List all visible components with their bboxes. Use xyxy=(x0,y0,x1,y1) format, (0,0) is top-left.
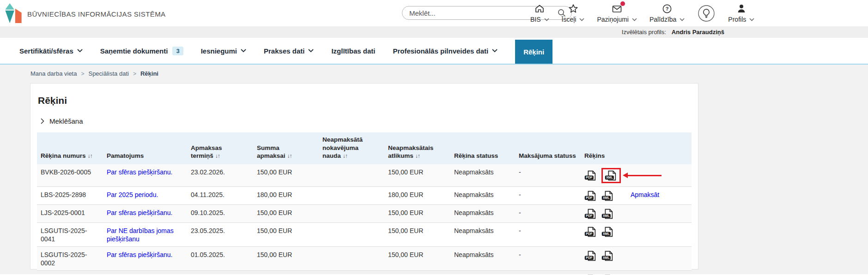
xml-download-icon[interactable]: XML xyxy=(605,170,618,181)
invoice-outstanding: 150,00 EUR xyxy=(384,204,450,222)
nav-tab[interactable]: Iesniegumi xyxy=(201,47,246,55)
invoice-late-fee xyxy=(319,204,384,222)
star-icon xyxy=(568,3,579,15)
content-area: Mana darba vieta > Speciālista dati > Rē… xyxy=(0,65,868,274)
nav-tab[interactable]: Sertifikāti/sfēras xyxy=(19,47,83,55)
breadcrumb-current: Rēķini xyxy=(140,70,158,77)
chevron-right-icon xyxy=(41,118,44,124)
search-section-toggle[interactable]: Meklēšana xyxy=(41,117,83,125)
sort-arrows-icon[interactable]: ↓↑ xyxy=(215,153,220,159)
nav-tab-label: Prakses dati xyxy=(264,47,304,55)
chevron-down-icon xyxy=(544,18,549,21)
xml-download-icon[interactable]: XML xyxy=(601,191,614,201)
column-header[interactable]: Summa apmaksai↓↑ xyxy=(253,132,319,164)
invoice-late-fee xyxy=(319,164,384,187)
nav-tab[interactable]: Profesionālās pilnveides dati xyxy=(393,47,498,55)
invoice-outstanding: 150,00 EUR xyxy=(384,247,450,271)
nav-tab[interactable]: Saņemtie dokumenti 3 xyxy=(100,47,183,55)
mail-icon xyxy=(611,3,623,15)
column-header: Pamatojums xyxy=(103,132,187,164)
header-menu: BIS Īsceļi Paziņojumi xyxy=(530,3,754,24)
invoices-table-header: Rēķina numurs↓↑PamatojumsApmaksas termiņ… xyxy=(37,132,692,164)
sort-arrows-icon[interactable]: ↓↑ xyxy=(287,153,292,159)
menu-item-profile[interactable]: Profils xyxy=(728,3,754,23)
annotation-arrow-icon xyxy=(627,175,662,176)
chevron-down-icon xyxy=(579,18,584,21)
nav-tab-label: Iesniegumi xyxy=(201,47,237,55)
invoice-number: LJS-2025-0001 xyxy=(37,204,103,222)
invoice-basis-link[interactable]: Par sfēras piešķiršanu. xyxy=(107,168,172,176)
pdf-download-icon[interactable]: PDF xyxy=(584,191,597,201)
menu-item-help[interactable]: ? Palīdzība xyxy=(649,3,685,23)
invoice-number: LSGUTIS-2025-0041 xyxy=(37,222,103,246)
home-icon xyxy=(534,3,545,15)
sort-arrows-icon[interactable]: ↓↑ xyxy=(415,153,420,159)
pdf-download-icon[interactable]: PDF xyxy=(584,251,597,261)
search-toggle-label: Meklēšana xyxy=(49,117,83,125)
sort-arrows-icon[interactable]: ↓↑ xyxy=(343,153,347,159)
invoice-outstanding: 150,00 EUR xyxy=(384,271,450,275)
nav-tab-label: Profesionālās pilnveides dati xyxy=(393,47,488,55)
svg-text:XML: XML xyxy=(603,256,610,259)
invoice-number: BVKB-2026-0005 xyxy=(37,164,103,187)
column-header[interactable]: Neapmaksātais atlikums↓↑ xyxy=(384,132,450,164)
nav-tab-label: Saņemtie dokumenti xyxy=(100,47,168,55)
invoice-basis-link[interactable]: Par sfēras piešķiršanu. xyxy=(107,251,172,258)
invoice-payment-status: - xyxy=(515,204,581,222)
xml-download-icon[interactable]: XML xyxy=(601,227,614,237)
chevron-down-icon xyxy=(241,49,246,53)
invoice-due-date: 23.05.2025. xyxy=(187,222,253,246)
pay-link[interactable]: Apmaksāt xyxy=(631,191,659,198)
annotation-highlight-box: XML xyxy=(601,168,621,183)
invoice-payment-status: - xyxy=(515,271,581,275)
chevron-down-icon xyxy=(492,49,498,53)
pdf-download-icon[interactable]: PDF xyxy=(584,227,597,237)
selected-profile-bar: Izvēlētais profils: Andris Paraudziņš xyxy=(0,26,868,38)
breadcrumb-item[interactable]: Mana darba vieta xyxy=(30,70,77,77)
table-row: LBS-2025-2898 Par 2025 periodu. 04.11.20… xyxy=(37,186,692,204)
column-header xyxy=(627,132,692,164)
nav-tab[interactable]: Izglītības dati xyxy=(331,47,375,55)
invoice-basis-link[interactable]: Par sfēras piešķiršanu. xyxy=(107,209,172,216)
menu-item-bis[interactable]: BIS xyxy=(530,3,549,23)
brand[interactable]: BŪVNIECĪBAS INFORMĀCIJAS SISTĒMA xyxy=(4,2,166,26)
table-row: LJS-2025-0001 Par sfēras piešķiršanu. 09… xyxy=(37,204,692,222)
pdf-download-icon[interactable]: PDF xyxy=(584,170,597,181)
page-title: Rēķini xyxy=(30,84,698,106)
chevron-down-icon xyxy=(749,18,754,21)
sort-arrows-icon[interactable]: ↓↑ xyxy=(88,153,92,159)
chevron-down-icon xyxy=(632,18,637,21)
invoice-status: Neapmaksāts xyxy=(450,271,515,275)
svg-text:PDF: PDF xyxy=(586,176,593,179)
svg-text:PDF: PDF xyxy=(586,232,593,235)
menu-item-shortcuts[interactable]: Īsceļi xyxy=(562,3,585,23)
column-header[interactable]: Apmaksas termiņš↓↑ xyxy=(187,132,253,164)
invoice-amount: 150,00 EUR xyxy=(253,247,319,271)
table-row: LSGUTIS-2025-0002 Par sfēras piešķiršanu… xyxy=(37,247,692,271)
xml-download-icon[interactable]: XML xyxy=(601,209,614,219)
invoice-amount: 150,00 EUR xyxy=(253,204,319,222)
brand-title: BŪVNIECĪBAS INFORMĀCIJAS SISTĒMA xyxy=(27,10,166,18)
invoice-payment-status: - xyxy=(515,186,581,204)
invoice-due-date: 04.11.2025. xyxy=(187,186,253,204)
invoice-basis-link[interactable]: Par NE darbības jomas piešķiršanu xyxy=(107,227,174,243)
notification-dot xyxy=(620,1,625,6)
menu-item-hints[interactable] xyxy=(697,4,716,24)
nav-tab[interactable]: Prakses dati xyxy=(264,47,314,55)
column-header[interactable]: Neapmaksātā nokavējuma nauda↓↑ xyxy=(319,132,384,164)
column-header[interactable]: Rēķina numurs↓↑ xyxy=(37,132,103,164)
pdf-download-icon[interactable]: PDF xyxy=(584,209,597,219)
xml-download-icon[interactable]: XML xyxy=(601,251,614,261)
invoice-due-date: 01.05.2025. xyxy=(187,247,253,271)
invoice-outstanding: 180,00 EUR xyxy=(384,186,450,204)
invoice-number: LSGUTIS-2025-0040 xyxy=(37,271,103,275)
invoice-amount: 180,00 EUR xyxy=(253,186,319,204)
svg-text:?: ? xyxy=(666,6,669,12)
table-row: LSGUTIS-2025-0041 Par NE darbības jomas … xyxy=(37,222,692,246)
column-header: Maksājuma statuss xyxy=(515,132,581,164)
nav-tab[interactable]: Rēķini xyxy=(515,40,552,64)
invoice-basis-link[interactable]: Par 2025 periodu. xyxy=(107,191,158,198)
breadcrumb-item[interactable]: Speciālista dati xyxy=(88,70,128,77)
menu-item-notifications[interactable]: Paziņojumi xyxy=(597,3,637,23)
svg-text:XML: XML xyxy=(606,176,613,179)
